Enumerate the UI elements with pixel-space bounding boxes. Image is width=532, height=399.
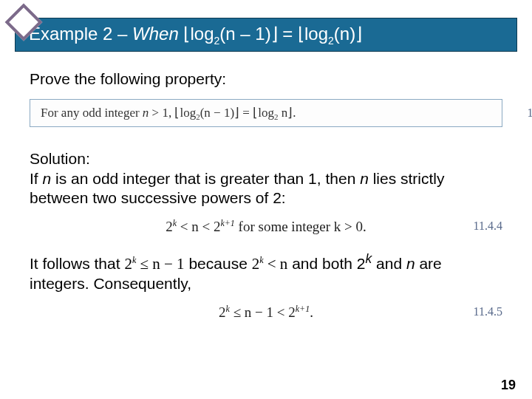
sol-p1-a: If xyxy=(30,170,43,187)
equation-1-row: 2k < n < 2k+1 for some integer k > 0. 11… xyxy=(30,218,502,235)
theorem-end: n⌋. xyxy=(278,106,296,120)
equation-1: 2k < n < 2k+1 for some integer k > 0. xyxy=(166,219,366,234)
title-bar: Example 2 – When ⌊log2(n – 1)⌋ = ⌊log2(n… xyxy=(15,18,517,52)
title-rhs-arg: (n)⌋ xyxy=(334,24,362,44)
eq1-lt: < n < 2 xyxy=(177,219,220,234)
sol-p1-b: is an odd integer that is greater than 1… xyxy=(51,170,360,187)
follows-c: and both 2 xyxy=(287,255,365,272)
prove-line: Prove the following property: xyxy=(30,69,502,89)
equation-2: 2k ≤ n − 1 < 2k+1. xyxy=(219,304,313,320)
eq2-tail: . xyxy=(310,304,313,320)
inline-eq-mid: ≤ n − 1 xyxy=(136,255,184,273)
eq2-pre: 2 xyxy=(219,304,226,320)
eq1-tail: for some integer k > 0. xyxy=(235,219,366,234)
equation-1-number: 11.4.4 xyxy=(474,219,502,233)
title-lhs-arg: (n – 1)⌋ xyxy=(219,24,277,44)
sol-p1-n2: n xyxy=(360,170,369,187)
inline2-tail: < n xyxy=(264,255,288,273)
solution-paragraph-1: If n is an odd integer that is greater t… xyxy=(30,169,502,208)
inline-eq-pre: 2 xyxy=(124,255,132,273)
eq2-k1: k+1 xyxy=(296,304,310,314)
inline-eq-2: 2k < n xyxy=(252,255,288,273)
theorem-pre: For any odd integer xyxy=(41,106,143,120)
follows-paragraph: It follows that 2k ≤ n − 1 because 2k < … xyxy=(30,251,502,293)
equation-2-row: 2k ≤ n − 1 < 2k+1. 11.4.5 xyxy=(30,304,502,321)
title-when: When xyxy=(132,24,183,44)
equation-2-number: 11.4.5 xyxy=(474,305,502,318)
follows-b: because xyxy=(185,255,252,272)
theorem-text: For any odd integer n > 1, ⌊log2(n − 1)⌋… xyxy=(41,105,296,121)
follows-sup: k xyxy=(365,251,372,266)
follows-n: n xyxy=(406,255,415,272)
theorem-gt: > 1, ⌊log xyxy=(149,106,196,120)
sol-p1-n: n xyxy=(43,170,52,187)
eq2-mid: ≤ n − 1 < 2 xyxy=(230,304,296,320)
theorem-number: 11.4.3 xyxy=(528,106,532,120)
title-prefix: Example 2 – xyxy=(29,24,132,44)
content-area: Prove the following property: For any od… xyxy=(30,69,502,337)
follows-d: and xyxy=(372,255,406,272)
title-eq: = xyxy=(278,24,298,44)
title-text: Example 2 – When ⌊log2(n – 1)⌋ = ⌊log2(n… xyxy=(29,24,362,47)
title-rhs-sub: 2 xyxy=(328,34,334,46)
title-lhs-pre: ⌊log xyxy=(183,24,214,44)
theorem-mid: (n − 1)⌋ = ⌊log xyxy=(200,106,274,120)
inline-eq-1: 2k ≤ n − 1 xyxy=(124,255,184,273)
title-rhs-pre: ⌊log xyxy=(298,24,328,44)
eq1-pre: 2 xyxy=(166,219,173,234)
page-number: 19 xyxy=(501,378,516,393)
theorem-box: For any odd integer n > 1, ⌊log2(n − 1)⌋… xyxy=(30,99,502,127)
follows-a: It follows that xyxy=(30,255,124,272)
inline2-pre: 2 xyxy=(252,255,260,273)
solution-label: Solution: xyxy=(30,149,502,168)
eq1-k1: k+1 xyxy=(220,218,234,228)
